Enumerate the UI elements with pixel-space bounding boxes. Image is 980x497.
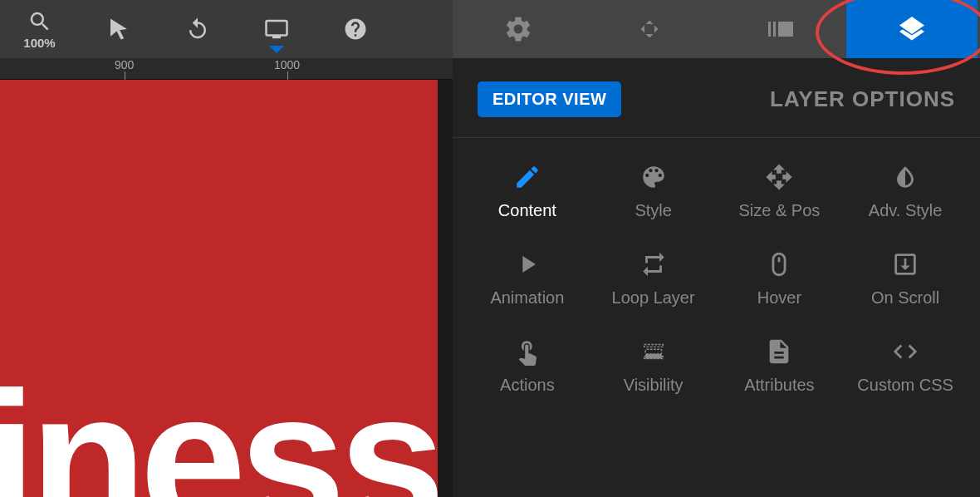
device-preview-tool[interactable]: [237, 0, 316, 58]
settings-tab[interactable]: [453, 0, 584, 58]
tab-label: Hover: [757, 288, 801, 308]
zoom-tool[interactable]: 100%: [0, 0, 79, 58]
tab-label: Actions: [500, 376, 555, 395]
undo-tool[interactable]: [158, 0, 237, 58]
tab-label: Style: [635, 201, 671, 220]
panel-header: EDITOR VIEW LAYER OPTIONS: [453, 58, 980, 138]
select-tool[interactable]: [79, 0, 158, 58]
tab-animation[interactable]: Animation: [464, 250, 590, 308]
download-box-icon: [891, 250, 919, 278]
main-area: 900 1000 iness EDITOR VIEW LAYER OPTIONS…: [0, 58, 980, 497]
toolbar-left: 100%: [0, 0, 453, 58]
magnifier-icon: [27, 9, 52, 34]
tab-label: Custom CSS: [857, 376, 953, 395]
tab-label: Attributes: [744, 376, 814, 395]
play-icon: [513, 250, 541, 278]
svg-rect-0: [645, 354, 662, 359]
tab-label: Animation: [490, 288, 564, 308]
tab-style[interactable]: Style: [590, 163, 717, 220]
tab-content[interactable]: Content: [464, 163, 590, 220]
layers-tab[interactable]: [846, 0, 978, 58]
layer-tabs-grid: Content Style Size & Pos Adv. Style Anim…: [453, 138, 980, 395]
slider-panels-icon: [766, 14, 796, 44]
invert-icon: [891, 163, 919, 191]
panel-title: LAYER OPTIONS: [770, 86, 955, 112]
slider-view-tab[interactable]: [715, 0, 846, 58]
undo-icon: [185, 17, 210, 42]
tab-actions[interactable]: Actions: [464, 337, 590, 395]
desktop-icon: [264, 17, 289, 42]
tab-label: Content: [498, 201, 556, 220]
tab-label: Adv. Style: [869, 201, 943, 220]
ruler-tick: 1000: [274, 58, 300, 71]
toolbar-right: [453, 0, 980, 58]
zoom-level: 100%: [23, 36, 55, 50]
document-icon: [765, 337, 793, 366]
slide-canvas[interactable]: iness: [0, 80, 438, 497]
canvas-text-layer[interactable]: iness: [0, 364, 438, 497]
palette-icon: [639, 163, 668, 191]
ruler-tick: 900: [115, 58, 134, 71]
dropdown-indicator-icon: [269, 46, 284, 53]
canvas-area: 900 1000 iness: [0, 58, 453, 497]
pencil-icon: [513, 163, 541, 191]
layer-options-panel: EDITOR VIEW LAYER OPTIONS Content Style …: [453, 58, 980, 497]
tab-adv-style[interactable]: Adv. Style: [842, 163, 968, 220]
help-icon: [343, 17, 368, 42]
tab-label: Visibility: [624, 376, 684, 395]
tab-label: On Scroll: [871, 288, 939, 308]
help-tool[interactable]: [316, 0, 394, 58]
tab-label: Loop Layer: [612, 288, 695, 308]
cursor-icon: [106, 17, 131, 42]
tab-custom-css[interactable]: Custom CSS: [842, 337, 968, 395]
loop-icon: [639, 250, 668, 278]
tab-attributes[interactable]: Attributes: [717, 337, 843, 395]
editor-view-button[interactable]: EDITOR VIEW: [478, 81, 621, 117]
mouse-icon: [765, 250, 793, 278]
touch-icon: [513, 337, 541, 366]
gear-icon: [503, 14, 533, 44]
layers-icon: [897, 14, 927, 44]
tab-hover[interactable]: Hover: [717, 250, 843, 308]
code-icon: [891, 337, 919, 366]
move-icon: [765, 163, 793, 191]
navigation-tab[interactable]: [584, 0, 715, 58]
tab-loop-layer[interactable]: Loop Layer: [590, 250, 717, 308]
tab-size-pos[interactable]: Size & Pos: [717, 163, 843, 220]
tab-on-scroll[interactable]: On Scroll: [842, 250, 968, 308]
visibility-box-icon: [639, 337, 668, 366]
horizontal-ruler: 900 1000: [0, 58, 453, 80]
tab-label: Size & Pos: [738, 201, 820, 220]
dpad-icon: [635, 14, 664, 44]
tab-visibility[interactable]: Visibility: [590, 337, 717, 395]
top-toolbar: 100%: [0, 0, 980, 58]
